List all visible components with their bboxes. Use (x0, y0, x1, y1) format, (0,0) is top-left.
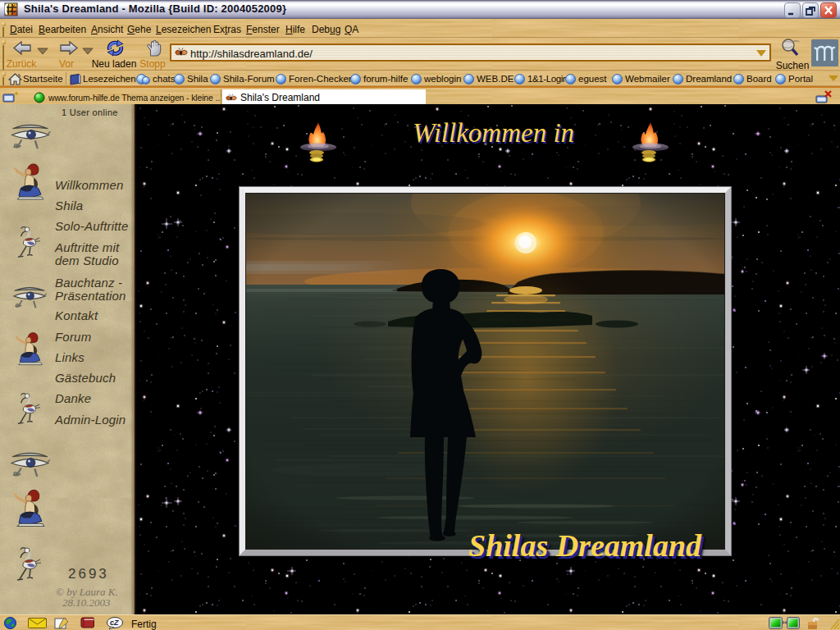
svg-text:cZ: cZ (110, 619, 119, 627)
